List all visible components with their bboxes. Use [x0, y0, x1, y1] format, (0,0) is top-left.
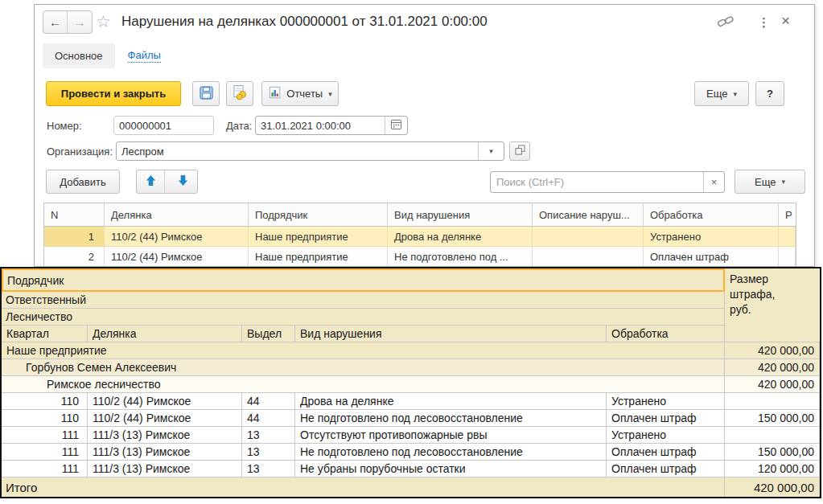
help-button[interactable]: ? [755, 81, 784, 106]
move-up-button[interactable] [137, 170, 165, 193]
organization-field-wrap: Леспром ▾ [116, 141, 504, 161]
cell-quarter[interactable]: 111 [2, 427, 88, 444]
group-amount[interactable]: 420 000,00 [725, 376, 820, 393]
report-header-contractor[interactable]: Подрядчик [2, 268, 725, 292]
cell-quarter[interactable]: 110 [2, 393, 88, 410]
cell-plot[interactable]: 110/2 (44) Римское [105, 227, 249, 247]
report-header-responsible[interactable]: Ответственный [2, 292, 725, 309]
cell-vydel[interactable]: 13 [242, 444, 295, 461]
organization-dropdown-button[interactable]: ▾ [478, 142, 504, 160]
calendar-button[interactable] [385, 117, 407, 134]
cell-quarter[interactable]: 110 [2, 410, 88, 427]
col-header-description[interactable]: Описание наруш... [533, 203, 644, 227]
cell-plot[interactable]: 111/3 (13) Римское [88, 461, 242, 477]
more-button-top[interactable]: Еще ▾ [694, 81, 749, 106]
report-header-forestry[interactable]: Лесничество [2, 309, 725, 326]
group-label[interactable]: Наше предприятие [2, 342, 725, 359]
number-field[interactable]: 000000001 [113, 116, 214, 135]
cell-violation[interactable]: Не подготовлено под лесовосстановление [295, 410, 607, 427]
report-col-quarter[interactable]: Квартал [2, 326, 88, 342]
cell-violation[interactable]: Не убраны порубочные остатки [295, 461, 607, 477]
cell-size[interactable] [779, 247, 796, 267]
cell-amount[interactable] [725, 393, 820, 410]
back-button[interactable]: ← [43, 11, 68, 33]
forward-button[interactable]: → [68, 11, 92, 33]
col-header-plot[interactable]: Делянка [105, 203, 249, 227]
add-row-button[interactable]: Добавить [46, 170, 120, 194]
cell-vydel[interactable]: 13 [242, 427, 295, 444]
cell-violation[interactable]: Отсутствуют противопожарные рвы [295, 427, 607, 444]
cell-contractor[interactable]: Наше предприятие [249, 227, 388, 247]
calendar-icon [390, 118, 402, 133]
close-icon[interactable]: × [781, 12, 790, 30]
cell-processing[interactable]: Устранено [607, 393, 725, 410]
cell-plot[interactable]: 110/2 (44) Римское [105, 247, 249, 267]
chevron-down-icon: ▾ [489, 147, 493, 155]
cell-vydel[interactable]: 44 [242, 410, 295, 427]
report-col-plot[interactable]: Делянка [88, 326, 242, 342]
organization-field[interactable]: Леспром [117, 145, 478, 158]
cell-vydel[interactable]: 13 [242, 461, 295, 477]
clear-search-icon[interactable]: × [703, 172, 724, 192]
tab-main[interactable]: Основное [43, 43, 115, 68]
cell-processing[interactable]: Устранено [644, 227, 779, 247]
group-label[interactable]: Римское лесничество [2, 376, 725, 393]
report-col-violation[interactable]: Вид нарушения [295, 326, 607, 342]
post-document-icon [232, 84, 248, 103]
cell-size[interactable] [779, 227, 796, 247]
cell-description[interactable] [533, 247, 644, 267]
report-col-amount[interactable]: Размер штрафа, руб. [725, 268, 820, 342]
col-header-size[interactable]: Р [779, 203, 796, 227]
save-button[interactable] [192, 81, 220, 106]
more-button-table[interactable]: Еще ▾ [735, 170, 805, 194]
cell-violation[interactable]: Дрова на делянке [388, 227, 533, 247]
cell-amount[interactable]: 120 000,00 [725, 461, 820, 477]
move-down-button[interactable] [169, 170, 197, 193]
cell-vydel[interactable]: 44 [242, 393, 295, 410]
tab-files[interactable]: Файлы [128, 49, 161, 63]
cell-plot[interactable]: 111/3 (13) Римское [88, 427, 242, 444]
cell-contractor[interactable]: Наше предприятие [249, 247, 388, 267]
cell-amount[interactable]: 150 000,00 [725, 410, 820, 427]
cell-violation[interactable]: Дрова на делянке [295, 393, 607, 410]
more-menu-icon[interactable]: ⋮ [758, 15, 770, 30]
cell-processing[interactable]: Оплачен штраф [607, 461, 725, 477]
group-amount[interactable]: 420 000,00 [725, 359, 820, 376]
link-icon[interactable] [717, 14, 735, 31]
col-header-n[interactable]: N [44, 203, 105, 227]
cell-amount[interactable]: 150 000,00 [725, 444, 820, 461]
col-header-contractor[interactable]: Подрядчик [249, 203, 388, 227]
cell-quarter[interactable]: 111 [2, 444, 88, 461]
report-col-processing[interactable]: Обработка [607, 326, 725, 342]
total-label[interactable]: Итого [2, 477, 725, 497]
cell-quarter[interactable]: 111 [2, 461, 88, 477]
group-amount[interactable]: 420 000,00 [725, 342, 820, 359]
cell-processing[interactable]: Оплачен штраф [607, 410, 725, 427]
favorite-star-icon[interactable]: ☆ [96, 12, 111, 31]
cell-amount[interactable] [725, 427, 820, 444]
report-col-vydel[interactable]: Выдел [242, 326, 295, 342]
cell-plot[interactable]: 110/2 (44) Римское [88, 410, 242, 427]
cell-processing[interactable]: Оплачен штраф [644, 247, 779, 267]
search-input[interactable] [491, 176, 703, 188]
cell-plot[interactable]: 110/2 (44) Римское [88, 393, 242, 410]
post-and-close-button[interactable]: Провести и закрыть [46, 81, 181, 106]
post-document-button[interactable] [226, 81, 253, 106]
move-buttons-group [136, 170, 198, 194]
cell-n[interactable]: 2 [44, 247, 105, 267]
date-field[interactable]: 31.01.2021 0:00:00 [256, 120, 385, 132]
cell-description[interactable] [533, 227, 644, 247]
cell-processing[interactable]: Устранено [607, 427, 725, 444]
reports-button[interactable]: Отчеты ▾ [261, 81, 339, 106]
cell-violation[interactable]: Не подготовлено под лесовосстановление [295, 444, 607, 461]
col-header-violation[interactable]: Вид нарушения [388, 203, 533, 227]
col-header-processing[interactable]: Обработка [644, 203, 779, 227]
open-organization-button[interactable] [509, 141, 530, 161]
cell-n[interactable]: 1 [44, 227, 105, 247]
cell-violation[interactable]: Не подготовлено под ... [388, 247, 533, 267]
number-label: Номер: [47, 120, 82, 132]
cell-plot[interactable]: 111/3 (13) Римское [88, 444, 242, 461]
total-amount[interactable]: 420 000,00 [725, 477, 820, 497]
cell-processing[interactable]: Оплачен штраф [607, 444, 725, 461]
group-label[interactable]: Горбунов Семен Алексеевич [2, 359, 725, 376]
